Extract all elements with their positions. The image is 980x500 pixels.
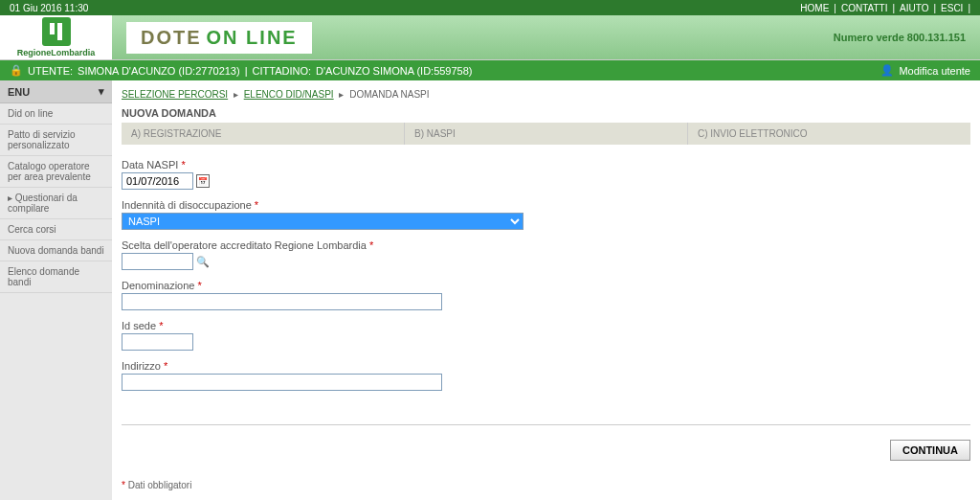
step-b[interactable]: B) NASPI (405, 123, 688, 145)
content: SELEZIONE PERCORSI ▸ ELENCO DID/NASPI ▸ … (112, 80, 980, 500)
header: RegioneLombardia DOTE ON LINE Numero ver… (0, 15, 980, 60)
button-row: CONTINUA (122, 435, 970, 466)
select-indennita[interactable]: NASPI (122, 213, 523, 230)
sidebar-item-cerca[interactable]: Cerca corsi (0, 219, 112, 240)
page-title: NUOVA DOMANDA (122, 103, 970, 123)
form-area: Data NASPI * 📅 Indennità di disoccupazio… (122, 145, 970, 415)
label-data-naspi: Data NASPI * (122, 159, 970, 170)
label-indirizzo: Indirizzo * (122, 360, 970, 372)
row-denominazione: Denominazione * (122, 280, 970, 310)
top-links: HOME| CONTATTI| AIUTO| ESCI| (800, 3, 970, 13)
sidebar-item-nuova-domanda[interactable]: Nuova domanda bandi (0, 240, 112, 261)
label-indennita: Indennità di disoccupazione * (122, 199, 970, 211)
row-indirizzo: Indirizzo * (122, 360, 970, 391)
row-operatore: Scelta dell'operatore accreditato Region… (122, 239, 970, 270)
row-indennita: Indennità di disoccupazione * NASPI (122, 199, 970, 230)
breadcrumb-sep: ▸ (339, 89, 344, 100)
user-info: 🔒 UTENTE: SIMONA D'ACUNZO (ID:2770213) |… (10, 64, 473, 77)
input-operatore[interactable] (122, 253, 193, 270)
title-online: ON LINE (207, 27, 298, 49)
sidebar-header[interactable]: ENU ▾ (0, 80, 112, 103)
calendar-icon[interactable]: 📅 (196, 174, 210, 188)
logo-area: RegioneLombardia (0, 15, 112, 59)
input-data-naspi[interactable] (122, 172, 193, 190)
label-denominazione: Denominazione * (122, 280, 970, 291)
title-dote: DOTE (141, 27, 202, 49)
sidebar-item-did[interactable]: Did on line (0, 103, 112, 125)
layout: ENU ▾ Did on line Patto di servizio pers… (0, 80, 980, 500)
utente-value: SIMONA D'ACUNZO (ID:2770213) (78, 65, 240, 77)
breadcrumb-link-1[interactable]: SELEZIONE PERCORSI (122, 89, 228, 100)
user-edit-icon: 👤 (880, 64, 894, 77)
input-denominazione[interactable] (122, 293, 442, 310)
user-bar: 🔒 UTENTE: SIMONA D'ACUNZO (ID:2770213) |… (0, 60, 980, 80)
sidebar: ENU ▾ Did on line Patto di servizio pers… (0, 80, 112, 500)
breadcrumb: SELEZIONE PERCORSI ▸ ELENCO DID/NASPI ▸ … (122, 85, 970, 103)
chevron-down-icon: ▾ (99, 85, 104, 98)
footnote: * Dati obbligatori (122, 466, 970, 500)
datetime: 01 Giu 2016 11:30 (10, 3, 88, 13)
top-bar: 01 Giu 2016 11:30 HOME| CONTATTI| AIUTO|… (0, 0, 980, 15)
label-operatore: Scelta dell'operatore accreditato Region… (122, 239, 970, 251)
sidebar-item-elenco-domande[interactable]: Elenco domande bandi (0, 261, 112, 293)
input-indirizzo[interactable] (122, 374, 442, 391)
sidebar-item-catalogo[interactable]: Catalogo operatore per area prevalente (0, 156, 112, 188)
divider (122, 424, 970, 425)
step-c[interactable]: C) INVIO ELETTRONICO (688, 123, 970, 145)
sidebar-item-questionari[interactable]: Questionari da compilare (0, 188, 112, 219)
link-aiuto[interactable]: AIUTO (900, 3, 928, 13)
numero-verde: Numero verde 800.131.151 (834, 32, 966, 43)
input-idsede[interactable] (122, 333, 193, 351)
label-idsede: Id sede * (122, 320, 970, 331)
sidebar-item-patto[interactable]: Patto di servizio personalizzato (0, 125, 112, 156)
cittadino-label: CITTADINO: (253, 65, 312, 77)
breadcrumb-link-2[interactable]: ELENCO DID/NASPI (244, 89, 334, 100)
header-main: DOTE ON LINE Numero verde 800.131.151 (112, 15, 980, 59)
title-box: DOTE ON LINE (126, 22, 312, 54)
modifica-utente-link[interactable]: 👤 Modifica utente (880, 64, 970, 77)
steps: A) REGISTRAZIONE B) NASPI C) INVIO ELETT… (122, 123, 970, 145)
cittadino-value: D'ACUNZO SIMONA (ID:559758) (316, 65, 472, 77)
breadcrumb-sep: ▸ (234, 89, 238, 100)
step-a[interactable]: A) REGISTRAZIONE (122, 123, 405, 145)
link-esci[interactable]: ESCI (941, 3, 963, 13)
utente-label: UTENTE: (28, 65, 73, 77)
row-idsede: Id sede * (122, 320, 970, 351)
lock-icon: 🔒 (10, 64, 23, 77)
search-icon[interactable]: 🔍 (196, 255, 210, 268)
breadcrumb-current: DOMANDA NASPI (349, 89, 429, 100)
logo-icon (42, 17, 71, 46)
row-data-naspi: Data NASPI * 📅 (122, 159, 970, 190)
link-home[interactable]: HOME (800, 3, 829, 13)
logo-text: RegioneLombardia (17, 48, 96, 57)
continua-button[interactable]: CONTINUA (890, 440, 970, 461)
link-contatti[interactable]: CONTATTI (841, 3, 888, 13)
